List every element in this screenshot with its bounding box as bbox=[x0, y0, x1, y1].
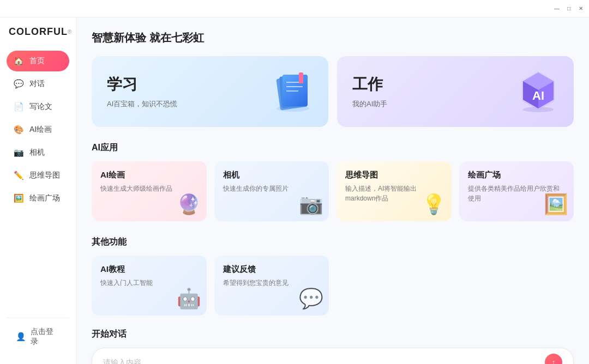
sidebar-item-mindmap[interactable]: ✏️ 思维导图 bbox=[7, 165, 69, 186]
ai-app-card-ai-draw[interactable]: AI绘画 快速生成大师级绘画作品 🔮 bbox=[92, 161, 207, 221]
chat-section: 开始对话 ↑ bbox=[92, 329, 574, 364]
sidebar-item-ai-draw[interactable]: 🎨 AI绘画 bbox=[7, 119, 69, 140]
chat-input-row: ↑ bbox=[92, 348, 574, 364]
main-content: 智慧新体验 就在七彩虹 学习 AI百宝箱，知识不恐慌 bbox=[76, 17, 589, 364]
sidebar-nav: 🏠 首页 💬 对话 📄 写论文 🎨 AI绘画 📷 相机 ✏️ 思维导图 🖼️ 绘… bbox=[7, 51, 69, 318]
nav-icon-camera: 📷 bbox=[13, 147, 24, 158]
ai-app-icon-gallery: 🖼️ bbox=[544, 193, 568, 216]
other-name-feedback: 建议反馈 bbox=[223, 264, 321, 275]
other-card-tutorial[interactable]: AI教程 快速入门人工智能 🤖 bbox=[92, 256, 207, 316]
nav-label-mindmap: 思维导图 bbox=[29, 171, 60, 180]
nav-label-home: 首页 bbox=[29, 56, 45, 66]
sidebar-item-essay[interactable]: 📄 写论文 bbox=[7, 96, 69, 117]
app-layout: COLORFUL® 🏠 首页 💬 对话 📄 写论文 🎨 AI绘画 📷 相机 ✏️… bbox=[0, 17, 589, 364]
nav-icon-essay: 📄 bbox=[13, 101, 24, 112]
page-title: 智慧新体验 就在七彩虹 bbox=[92, 31, 574, 45]
nav-label-camera: 相机 bbox=[29, 148, 45, 157]
minimize-button[interactable]: — bbox=[553, 5, 561, 13]
ai-apps-section-title: AI应用 bbox=[92, 142, 574, 154]
sidebar: COLORFUL® 🏠 首页 💬 对话 📄 写论文 🎨 AI绘画 📷 相机 ✏️… bbox=[0, 17, 76, 364]
login-label: 点击登录 bbox=[31, 327, 61, 347]
chat-section-title: 开始对话 bbox=[92, 329, 574, 340]
hero-work-card[interactable]: 工作 我的AI助手 AI bbox=[337, 56, 574, 127]
title-bar: — □ ✕ bbox=[0, 0, 589, 17]
send-icon: ↑ bbox=[552, 358, 556, 364]
other-desc-tutorial: 快速入门人工智能 bbox=[100, 278, 198, 288]
chat-send-button[interactable]: ↑ bbox=[545, 354, 562, 364]
sidebar-item-camera[interactable]: 📷 相机 bbox=[7, 142, 69, 163]
ai-app-icon-ai-draw: 🔮 bbox=[177, 193, 201, 216]
nav-label-essay: 写论文 bbox=[29, 102, 52, 112]
login-button[interactable]: 👤 点击登录 bbox=[9, 323, 67, 351]
ai-cube-icon: AI bbox=[514, 66, 563, 117]
other-name-tutorial: AI教程 bbox=[100, 264, 198, 275]
ai-app-desc-camera: 快速生成你的专属照片 bbox=[223, 184, 321, 193]
ai-app-icon-camera: 📷 bbox=[299, 193, 323, 216]
close-button[interactable]: ✕ bbox=[577, 5, 585, 13]
other-section-title: 其他功能 bbox=[92, 236, 574, 248]
nav-icon-home: 🏠 bbox=[13, 56, 24, 66]
sidebar-bottom: 👤 点击登录 bbox=[7, 318, 69, 355]
nav-icon-chat: 💬 bbox=[13, 78, 24, 89]
ai-app-icon-mindmap: 💡 bbox=[422, 193, 446, 216]
hero-banners: 学习 AI百宝箱，知识不恐慌 bbox=[92, 56, 574, 127]
ai-app-name-ai-draw: AI绘画 bbox=[100, 170, 198, 180]
login-icon: 👤 bbox=[15, 331, 26, 342]
maximize-button[interactable]: □ bbox=[565, 5, 573, 13]
nav-icon-mindmap: ✏️ bbox=[13, 170, 24, 181]
hero-study-card[interactable]: 学习 AI百宝箱，知识不恐慌 bbox=[92, 56, 328, 127]
nav-icon-ai-draw: 🎨 bbox=[13, 124, 24, 135]
logo-reg: ® bbox=[68, 29, 71, 35]
ai-app-name-camera: 相机 bbox=[223, 170, 321, 180]
other-desc-feedback: 希望得到您宝贵的意见 bbox=[223, 278, 321, 288]
nav-label-chat: 对话 bbox=[29, 79, 45, 89]
chat-input[interactable] bbox=[103, 358, 545, 364]
nav-label-gallery: 绘画广场 bbox=[29, 193, 60, 203]
ai-app-name-mindmap: 思维导图 bbox=[345, 170, 443, 180]
sidebar-item-home[interactable]: 🏠 首页 bbox=[7, 51, 69, 71]
logo-text: COLORFUL bbox=[9, 26, 68, 38]
ai-app-desc-ai-draw: 快速生成大师级绘画作品 bbox=[100, 184, 198, 193]
sidebar-item-gallery[interactable]: 🖼️ 绘画广场 bbox=[7, 188, 69, 209]
nav-icon-gallery: 🖼️ bbox=[13, 193, 24, 204]
other-icon-feedback: 💬 bbox=[299, 287, 323, 310]
window-controls: — □ ✕ bbox=[553, 5, 585, 13]
other-features-grid: AI教程 快速入门人工智能 🤖 建议反馈 希望得到您宝贵的意见 💬 bbox=[92, 256, 574, 316]
ai-apps-grid: AI绘画 快速生成大师级绘画作品 🔮 相机 快速生成你的专属照片 📷 思维导图 … bbox=[92, 161, 574, 221]
ai-app-card-mindmap[interactable]: 思维导图 输入描述，AI将智能输出markdown作品 💡 bbox=[336, 161, 452, 221]
other-icon-tutorial: 🤖 bbox=[177, 287, 201, 310]
ai-app-card-gallery[interactable]: 绘画广场 提供各类精美作品给用户欣赏和使用 🖼️ bbox=[459, 161, 574, 221]
other-card-feedback[interactable]: 建议反馈 希望得到您宝贵的意见 💬 bbox=[214, 256, 329, 316]
sidebar-item-chat[interactable]: 💬 对话 bbox=[7, 74, 69, 94]
nav-label-ai-draw: AI绘画 bbox=[29, 125, 52, 135]
logo: COLORFUL® bbox=[7, 26, 69, 38]
ai-app-card-camera[interactable]: 相机 快速生成你的专属照片 📷 bbox=[214, 161, 329, 221]
ai-app-name-gallery: 绘画广场 bbox=[468, 170, 566, 180]
svg-text:AI: AI bbox=[532, 89, 544, 102]
book-icon bbox=[268, 66, 317, 117]
